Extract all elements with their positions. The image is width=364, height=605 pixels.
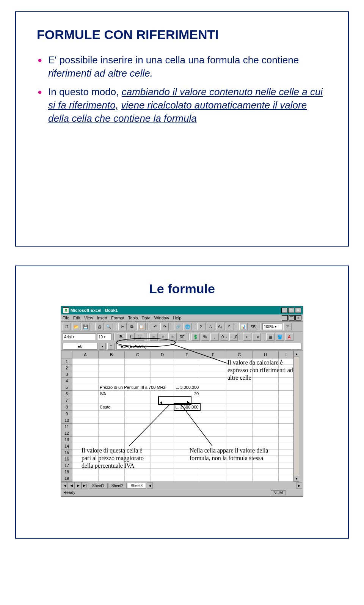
cell-B8[interactable]: Costo xyxy=(99,404,125,410)
tab-prev-button[interactable]: ◀ xyxy=(68,482,75,489)
align-left-icon[interactable]: ≡ xyxy=(149,333,158,341)
row-12[interactable]: 12 xyxy=(61,430,72,437)
cell-B6[interactable]: IVA xyxy=(99,391,125,397)
italic-icon[interactable]: I xyxy=(126,333,135,341)
cell-E6[interactable]: 20 xyxy=(174,391,200,397)
row-3[interactable]: 3 xyxy=(61,371,72,378)
name-dropdown[interactable] xyxy=(99,343,106,350)
row-19[interactable]: 19 xyxy=(61,475,72,482)
row-10[interactable]: 10 xyxy=(61,417,72,424)
col-G[interactable]: G xyxy=(226,351,253,358)
inc-decimal-icon[interactable]: .0→ xyxy=(220,333,228,341)
cell-E5[interactable]: L. 3.000.000 xyxy=(174,384,200,391)
row-18[interactable]: 18 xyxy=(61,469,72,475)
currency-icon[interactable]: 💲 xyxy=(191,333,200,341)
row-4[interactable]: 4 xyxy=(61,378,72,384)
align-center-icon[interactable]: ≡ xyxy=(159,333,167,341)
tab-first-button[interactable]: |◀ xyxy=(61,482,68,489)
print-icon[interactable]: 🖨 xyxy=(95,323,104,330)
sort-desc-icon[interactable]: Z↓ xyxy=(226,323,234,330)
inc-indent-icon[interactable]: ⇥ xyxy=(253,333,261,341)
menu-view[interactable]: View xyxy=(84,316,93,320)
menu-format[interactable]: Format xyxy=(111,316,124,320)
paste-icon[interactable]: 📋 xyxy=(137,323,146,330)
function-icon[interactable]: fₓ xyxy=(207,323,215,330)
merge-icon[interactable]: ⌧ xyxy=(178,333,186,341)
redo-icon[interactable]: ↷ xyxy=(160,323,169,330)
row-2[interactable]: 2 xyxy=(61,365,72,371)
size-combo[interactable]: 10 xyxy=(97,333,111,340)
help-icon[interactable]: ? xyxy=(283,323,292,330)
chart-icon[interactable]: 📊 xyxy=(239,323,248,330)
name-box[interactable]: E8 xyxy=(63,343,97,350)
autosum-icon[interactable]: Σ xyxy=(197,323,206,330)
row-9[interactable]: 9 xyxy=(61,410,72,417)
menu-file[interactable]: File xyxy=(63,316,69,320)
doc-close-button[interactable]: × xyxy=(295,315,301,321)
copy-icon[interactable]: ⧉ xyxy=(128,323,136,330)
align-right-icon[interactable]: ≡ xyxy=(168,333,177,341)
row-1[interactable]: 1 xyxy=(61,358,72,365)
menu-tools[interactable]: Tools xyxy=(128,316,138,320)
row-7[interactable]: 7 xyxy=(61,397,72,404)
formula-bar[interactable]: =E5+(E5*E6%) xyxy=(116,343,301,350)
web-icon[interactable]: 🌐 xyxy=(184,323,192,330)
row-6[interactable]: 6 xyxy=(61,391,72,397)
tab-next-button[interactable]: ▶ xyxy=(75,482,82,489)
font-combo[interactable]: Arial xyxy=(63,333,96,340)
tab-sheet2[interactable]: Sheet2 xyxy=(108,483,127,489)
col-D[interactable]: D xyxy=(151,351,174,358)
col-H[interactable]: H xyxy=(253,351,279,358)
row-17[interactable]: 17 xyxy=(61,462,72,469)
underline-icon[interactable]: U xyxy=(136,333,144,341)
sort-asc-icon[interactable]: A↓ xyxy=(216,323,224,330)
row-15[interactable]: 15 xyxy=(61,449,72,456)
menu-help[interactable]: Help xyxy=(173,316,182,320)
percent-icon[interactable]: % xyxy=(201,333,209,341)
font-color-icon[interactable]: A xyxy=(285,333,293,341)
row-11[interactable]: 11 xyxy=(61,424,72,430)
dec-decimal-icon[interactable]: ←.0 xyxy=(229,333,238,341)
bold-icon[interactable]: B xyxy=(117,333,125,341)
col-E[interactable]: E xyxy=(174,351,200,358)
col-C[interactable]: C xyxy=(125,351,151,358)
scroll-up-button[interactable]: ▲ xyxy=(294,351,299,357)
minimize-button[interactable]: _ xyxy=(281,308,287,313)
row-5[interactable]: 5 xyxy=(61,384,72,391)
new-icon[interactable]: 🗋 xyxy=(63,323,71,330)
menu-window[interactable]: Window xyxy=(154,316,169,320)
menu-edit[interactable]: Edit xyxy=(73,316,80,320)
fill-color-icon[interactable]: 🪣 xyxy=(276,333,284,341)
close-button[interactable]: × xyxy=(295,308,301,313)
cell-B5[interactable]: Prezzo di un Pentium III a 700 MHz xyxy=(99,384,174,391)
window-buttons[interactable]: _ □ × xyxy=(281,308,301,313)
menu-bar[interactable]: File Edit View Insert Format Tools Data … xyxy=(61,314,303,322)
col-I[interactable]: I xyxy=(279,351,293,358)
open-icon[interactable]: 📂 xyxy=(72,323,80,330)
tab-strip[interactable]: |◀ ◀ ▶ ▶| Sheet1 Sheet2 Sheet3 ◀ ▶ xyxy=(61,482,303,489)
select-all[interactable] xyxy=(61,351,72,358)
undo-icon[interactable]: ↶ xyxy=(151,323,159,330)
preview-icon[interactable]: 🔍 xyxy=(105,323,113,330)
maximize-button[interactable]: □ xyxy=(288,308,294,313)
menu-insert[interactable]: Insert xyxy=(97,316,107,320)
doc-minimize-button[interactable]: _ xyxy=(282,315,288,321)
link-icon[interactable]: 🔗 xyxy=(174,323,182,330)
dec-indent-icon[interactable]: ⇤ xyxy=(243,333,251,341)
save-icon[interactable]: 💾 xyxy=(82,323,90,330)
scroll-left-button[interactable]: ◀ xyxy=(147,482,153,489)
standard-toolbar[interactable]: 🗋 📂 💾 🖨 🔍 ✂ ⧉ 📋 ↶ ↷ 🔗 🌐 xyxy=(61,322,303,332)
zoom-combo[interactable]: 100% xyxy=(262,323,282,330)
scroll-down-button[interactable]: ▼ xyxy=(294,476,299,482)
doc-restore-button[interactable]: ❐ xyxy=(289,315,295,321)
row-13[interactable]: 13 xyxy=(61,437,72,443)
row-8[interactable]: 8 xyxy=(61,404,72,410)
equals-button[interactable]: = xyxy=(107,343,115,350)
tab-sheet3[interactable]: Sheet3 xyxy=(127,483,146,489)
tab-sheet1[interactable]: Sheet1 xyxy=(89,483,108,489)
col-A[interactable]: A xyxy=(72,351,99,358)
col-F[interactable]: F xyxy=(200,351,226,358)
col-B[interactable]: B xyxy=(99,351,125,358)
row-14[interactable]: 14 xyxy=(61,443,72,449)
tab-last-button[interactable]: ▶| xyxy=(82,482,88,489)
